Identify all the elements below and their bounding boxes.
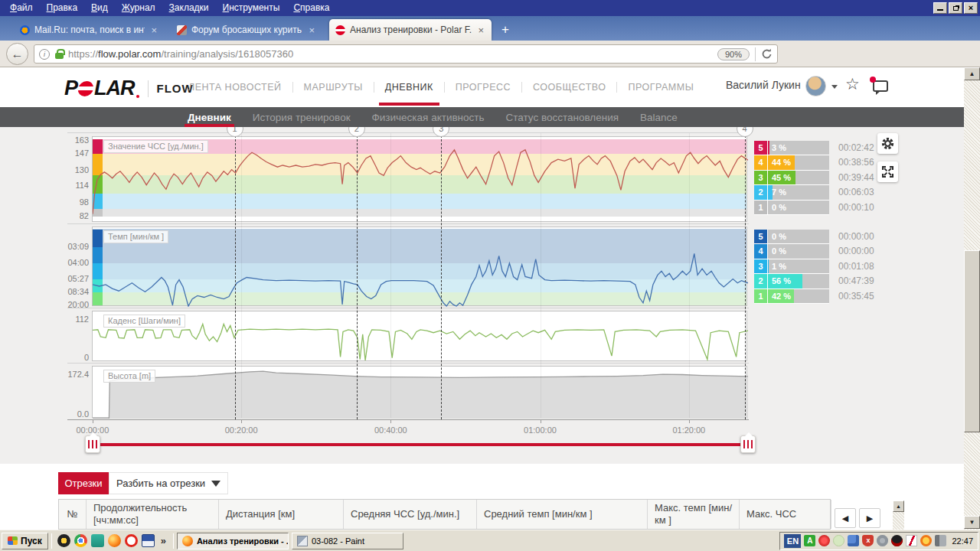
table-next-button[interactable]: ▶	[859, 508, 880, 528]
task-buttons: Анализ тренировки - ...03-082 - Paint	[177, 533, 407, 549]
segments-button[interactable]: Отрезки	[58, 472, 109, 494]
nav-link[interactable]: ПРОГРАММЫ	[617, 67, 704, 107]
language-indicator[interactable]: EN	[784, 534, 801, 548]
table-header-label: Средняя ЧСС [уд./мин.]	[351, 508, 459, 520]
subnav-link[interactable]: Физическая активность	[372, 107, 485, 127]
range-slider-track[interactable]	[93, 443, 748, 446]
chrome-icon[interactable]	[74, 534, 87, 547]
table-header-cell: Средняя ЧСС [уд./мин.]	[344, 500, 477, 529]
menubar-item[interactable]: Журнал	[115, 0, 162, 16]
settings-button[interactable]	[877, 133, 898, 154]
subnav-link[interactable]: Дневник	[188, 107, 231, 127]
menubar-item[interactable]: Справка	[286, 0, 336, 16]
nav-link[interactable]: ПРОГРЕСС	[445, 67, 521, 107]
close-button[interactable]: ×	[964, 2, 978, 14]
fullscreen-button[interactable]	[877, 161, 898, 182]
table-header-label: Средний темп [мин/км ]	[484, 508, 593, 520]
y-tick: 98	[64, 197, 89, 207]
daemon-tray-icon[interactable]	[891, 535, 903, 546]
y-tick: 82	[64, 211, 89, 220]
nav-link[interactable]: ДНЕВНИК	[374, 67, 444, 107]
zoom-level-badge[interactable]: 90%	[717, 48, 750, 60]
overflow-chevron[interactable]: »	[157, 535, 170, 546]
polar-flow-page: P LAR FLOW ЛЕНТА НОВОСТЕЙМАРШРУТЫДНЕВНИК…	[0, 67, 964, 530]
browser-scrollbar[interactable]: ▲ ▼	[964, 67, 980, 530]
red-burst-icon[interactable]	[818, 535, 830, 546]
target-icon[interactable]	[920, 535, 932, 546]
menubar-item[interactable]: Файл	[3, 0, 40, 16]
divider	[755, 47, 756, 61]
taskbar-task[interactable]: 03-082 - Paint	[292, 533, 403, 549]
tab-2[interactable]: Форум бросающих курить×	[171, 19, 322, 41]
quick-launch	[55, 534, 157, 547]
tab-1[interactable]: Mail.Ru: почта, поиск в инт...×	[14, 19, 165, 41]
daemon-tools-icon[interactable]	[57, 534, 70, 547]
polar-sync-icon[interactable]	[906, 535, 917, 546]
table-prev-button[interactable]: ◀	[835, 508, 856, 528]
menubar-item[interactable]: Правка	[40, 0, 85, 16]
tabs: Mail.Ru: почта, поиск в инт...×Форум бро…	[0, 19, 492, 41]
table-scrollbar[interactable]: ▲	[893, 500, 904, 530]
network-icon[interactable]	[848, 535, 859, 546]
user-name[interactable]: Василий Лукин	[726, 79, 801, 91]
restore-button[interactable]	[949, 2, 962, 14]
nav-link[interactable]: МАРШРУТЫ	[293, 67, 374, 107]
start-button[interactable]: Пуск	[2, 533, 48, 549]
shield-icon[interactable]: x	[862, 535, 874, 546]
new-tab-button[interactable]: +	[496, 21, 514, 38]
scroll-up-icon[interactable]: ▲	[893, 500, 904, 512]
divider	[173, 533, 174, 549]
back-button[interactable]: ←	[6, 43, 28, 65]
split-segments-dropdown[interactable]: Разбить на отрезки	[109, 472, 228, 494]
zone-bar: 0 %	[768, 244, 829, 259]
subnav-link[interactable]: Balance	[640, 107, 678, 127]
task-title: Анализ тренировки - ...	[197, 536, 289, 546]
tab-close-icon[interactable]: ×	[307, 24, 316, 36]
menubar-item[interactable]: Закладки	[162, 0, 216, 16]
save-icon[interactable]	[142, 534, 155, 547]
polar-logo[interactable]: P LAR FLOW	[64, 77, 194, 100]
system-tray: EN Ax 22:47	[779, 532, 978, 550]
volume-icon[interactable]	[935, 535, 946, 546]
taskbar-task[interactable]: Анализ тренировки - ...	[177, 533, 289, 549]
info-icon[interactable]: i	[39, 49, 50, 60]
chevron-down-icon[interactable]	[831, 85, 838, 89]
chart-label-pace: Темп [мин/км ]	[103, 230, 168, 243]
table-header-cell: Макс. темп [мин/км ]	[648, 500, 740, 529]
minimize-button[interactable]	[933, 2, 947, 14]
favorite-star-icon[interactable]: ☆	[845, 75, 860, 93]
menubar-item[interactable]: Вид	[84, 0, 115, 16]
mailru-favicon	[20, 25, 30, 35]
url-field[interactable]: i https:// flow.polar.com /training/anal…	[34, 44, 778, 64]
tab-close-icon[interactable]: ×	[149, 24, 158, 36]
zone-row: 142 %00:35:45	[754, 289, 961, 304]
scroll-thumb[interactable]	[964, 250, 980, 432]
chart-pace: Темп [мин/км ]03:0904:0005:2708:3420:00	[92, 227, 747, 306]
gear-icon	[880, 136, 895, 151]
avatar[interactable]	[805, 76, 826, 96]
zone-number: 4	[754, 244, 768, 259]
subnav-link[interactable]: История тренировок	[253, 107, 351, 127]
webcam-icon[interactable]	[877, 535, 888, 546]
green-oval-icon[interactable]	[833, 535, 844, 546]
slider-handle-right[interactable]	[740, 435, 756, 453]
reload-icon[interactable]	[761, 48, 773, 60]
firefox-icon[interactable]	[108, 534, 121, 547]
nav-link[interactable]: ЛЕНТА НОВОСТЕЙ	[178, 67, 292, 107]
axis-line	[67, 419, 749, 420]
tab-3[interactable]: Анализ тренировки - Polar F...×	[329, 19, 492, 41]
scroll-down-button[interactable]: ▼	[964, 516, 980, 529]
scroll-up-button[interactable]: ▲	[964, 67, 980, 80]
menubar-item[interactable]: Инструменты	[216, 0, 287, 16]
zone-row: 50 %00:00:00	[754, 230, 961, 244]
nav-link[interactable]: СООБЩЕСТВО	[522, 67, 616, 107]
time-axis-label: 00:40:00	[368, 425, 413, 435]
antivirus-icon[interactable]: A	[804, 535, 815, 546]
opera-icon[interactable]	[125, 534, 138, 547]
slider-handle-left[interactable]	[85, 435, 100, 453]
chat-icon[interactable]	[873, 80, 888, 92]
subnav-link[interactable]: Статус восстановления	[506, 107, 619, 127]
expand-icon	[881, 165, 894, 178]
tab-close-icon[interactable]: ×	[476, 24, 485, 36]
teal-app-icon[interactable]	[91, 534, 104, 547]
